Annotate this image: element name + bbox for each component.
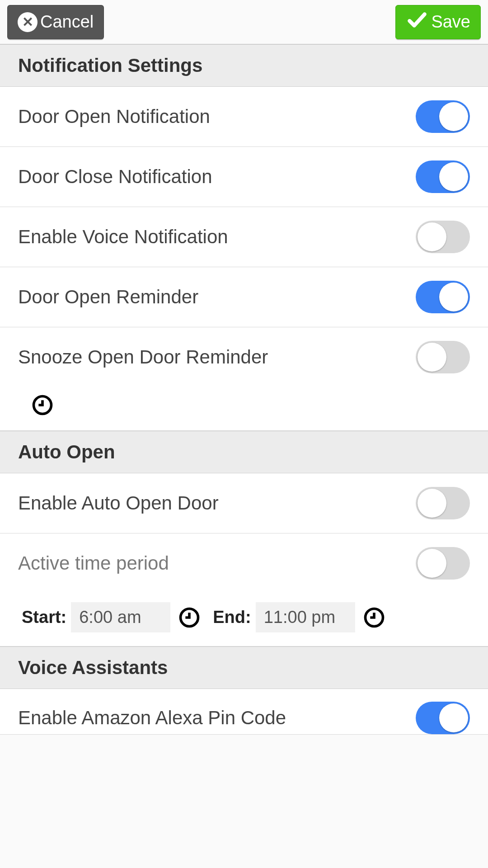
toggle-knob	[439, 283, 468, 311]
row-label: Enable Auto Open Door	[18, 492, 219, 514]
close-icon: ✕	[18, 12, 38, 32]
section-header-notification: Notification Settings	[0, 44, 488, 87]
row-snooze-open-door-reminder: Snooze Open Door Reminder	[0, 327, 488, 387]
row-label: Door Close Notification	[18, 166, 212, 188]
toggle-knob	[439, 102, 468, 131]
row-label: Enable Voice Notification	[18, 226, 228, 248]
toggle-door-open-reminder[interactable]	[416, 281, 470, 313]
end-time-field[interactable]: 11:00 pm	[256, 602, 355, 632]
start-time-field[interactable]: 6:00 am	[71, 602, 170, 632]
row-label: Snooze Open Door Reminder	[18, 346, 268, 368]
toggle-enable-auto-open[interactable]	[416, 487, 470, 519]
toggle-door-open-notification[interactable]	[416, 100, 470, 133]
section-title: Voice Assistants	[18, 657, 168, 678]
toggle-knob	[439, 703, 468, 732]
toggle-knob	[418, 343, 446, 372]
row-door-open-reminder: Door Open Reminder	[0, 267, 488, 327]
clock-icon[interactable]	[178, 606, 201, 629]
row-door-open-notification: Door Open Notification	[0, 87, 488, 147]
start-label: Start:	[22, 608, 66, 627]
section-title: Auto Open	[18, 441, 115, 462]
row-active-time-range: Start: 6:00 am End: 11:00 pm	[0, 593, 488, 646]
clock-icon[interactable]	[362, 606, 386, 629]
row-snooze-time-picker[interactable]	[0, 387, 488, 431]
row-active-time-period: Active time period	[0, 533, 488, 593]
toggle-snooze-open-door-reminder[interactable]	[416, 341, 470, 373]
row-label: Door Open Reminder	[18, 286, 198, 308]
clock-icon	[31, 393, 54, 417]
toggle-door-close-notification[interactable]	[416, 160, 470, 193]
row-label: Active time period	[18, 552, 169, 574]
toggle-knob	[418, 489, 446, 518]
toggle-enable-alexa-pin[interactable]	[416, 702, 470, 734]
save-button[interactable]: Save	[395, 5, 481, 39]
row-enable-auto-open: Enable Auto Open Door	[0, 473, 488, 533]
section-header-voice-assistants: Voice Assistants	[0, 646, 488, 689]
toggle-active-time-period[interactable]	[416, 547, 470, 580]
toggle-knob	[439, 162, 468, 191]
toggle-knob	[418, 549, 446, 578]
cancel-button-label: Cancel	[40, 12, 94, 32]
row-label: Door Open Notification	[18, 106, 210, 127]
save-button-label: Save	[431, 12, 470, 32]
section-header-auto-open: Auto Open	[0, 431, 488, 473]
section-title: Notification Settings	[18, 55, 202, 76]
row-label: Enable Amazon Alexa Pin Code	[18, 707, 286, 729]
cancel-button[interactable]: ✕ Cancel	[7, 5, 104, 39]
check-icon	[406, 9, 428, 35]
header-bar: ✕ Cancel Save	[0, 0, 488, 44]
toggle-enable-voice-notification[interactable]	[416, 221, 470, 253]
toggle-knob	[418, 222, 446, 251]
row-door-close-notification: Door Close Notification	[0, 147, 488, 207]
end-label: End:	[213, 608, 251, 627]
row-enable-alexa-pin: Enable Amazon Alexa Pin Code	[0, 689, 488, 735]
row-enable-voice-notification: Enable Voice Notification	[0, 207, 488, 267]
